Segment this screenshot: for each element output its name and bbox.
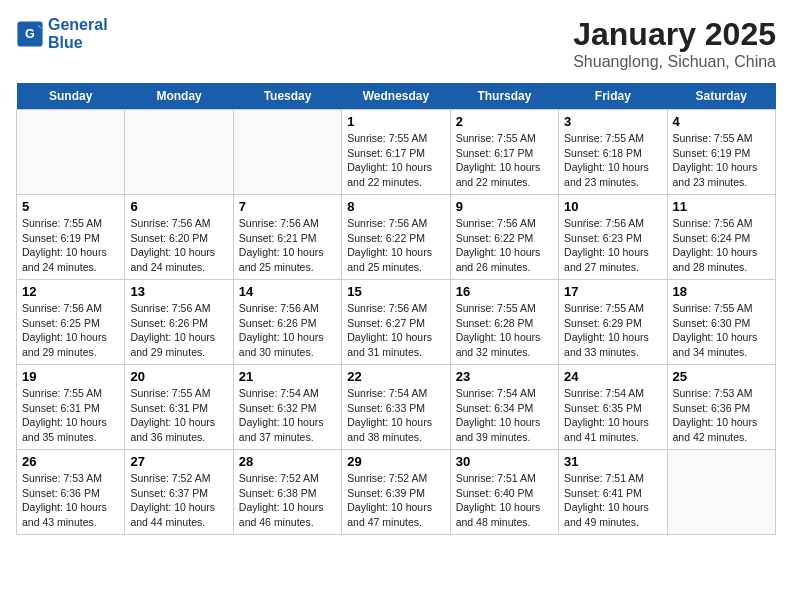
date-number: 8 xyxy=(347,199,444,214)
day-headers-row: SundayMondayTuesdayWednesdayThursdayFrid… xyxy=(17,83,776,110)
cell-info: Sunrise: 7:52 AM Sunset: 6:37 PM Dayligh… xyxy=(130,471,227,530)
date-number: 30 xyxy=(456,454,553,469)
cell-info: Sunrise: 7:53 AM Sunset: 6:36 PM Dayligh… xyxy=(673,386,770,445)
cell-info: Sunrise: 7:56 AM Sunset: 6:26 PM Dayligh… xyxy=(130,301,227,360)
cell-info: Sunrise: 7:55 AM Sunset: 6:19 PM Dayligh… xyxy=(673,131,770,190)
day-header-friday: Friday xyxy=(559,83,667,110)
cell-info: Sunrise: 7:56 AM Sunset: 6:27 PM Dayligh… xyxy=(347,301,444,360)
date-number: 18 xyxy=(673,284,770,299)
calendar-cell: 25Sunrise: 7:53 AM Sunset: 6:36 PM Dayli… xyxy=(667,365,775,450)
day-header-thursday: Thursday xyxy=(450,83,558,110)
day-header-sunday: Sunday xyxy=(17,83,125,110)
calendar-cell: 10Sunrise: 7:56 AM Sunset: 6:23 PM Dayli… xyxy=(559,195,667,280)
calendar-cell: 7Sunrise: 7:56 AM Sunset: 6:21 PM Daylig… xyxy=(233,195,341,280)
calendar-cell: 13Sunrise: 7:56 AM Sunset: 6:26 PM Dayli… xyxy=(125,280,233,365)
calendar-cell: 16Sunrise: 7:55 AM Sunset: 6:28 PM Dayli… xyxy=(450,280,558,365)
week-row-4: 19Sunrise: 7:55 AM Sunset: 6:31 PM Dayli… xyxy=(17,365,776,450)
calendar-cell xyxy=(233,110,341,195)
cell-info: Sunrise: 7:54 AM Sunset: 6:34 PM Dayligh… xyxy=(456,386,553,445)
svg-text:G: G xyxy=(25,27,35,41)
cell-info: Sunrise: 7:56 AM Sunset: 6:22 PM Dayligh… xyxy=(456,216,553,275)
calendar-cell: 17Sunrise: 7:55 AM Sunset: 6:29 PM Dayli… xyxy=(559,280,667,365)
cell-info: Sunrise: 7:55 AM Sunset: 6:31 PM Dayligh… xyxy=(130,386,227,445)
week-row-5: 26Sunrise: 7:53 AM Sunset: 6:36 PM Dayli… xyxy=(17,450,776,535)
date-number: 6 xyxy=(130,199,227,214)
date-number: 3 xyxy=(564,114,661,129)
date-number: 14 xyxy=(239,284,336,299)
calendar-cell: 8Sunrise: 7:56 AM Sunset: 6:22 PM Daylig… xyxy=(342,195,450,280)
cell-info: Sunrise: 7:54 AM Sunset: 6:35 PM Dayligh… xyxy=(564,386,661,445)
cell-info: Sunrise: 7:55 AM Sunset: 6:28 PM Dayligh… xyxy=(456,301,553,360)
cell-info: Sunrise: 7:56 AM Sunset: 6:24 PM Dayligh… xyxy=(673,216,770,275)
date-number: 28 xyxy=(239,454,336,469)
date-number: 9 xyxy=(456,199,553,214)
cell-info: Sunrise: 7:56 AM Sunset: 6:20 PM Dayligh… xyxy=(130,216,227,275)
date-number: 27 xyxy=(130,454,227,469)
date-number: 7 xyxy=(239,199,336,214)
date-number: 29 xyxy=(347,454,444,469)
calendar-cell: 24Sunrise: 7:54 AM Sunset: 6:35 PM Dayli… xyxy=(559,365,667,450)
week-row-3: 12Sunrise: 7:56 AM Sunset: 6:25 PM Dayli… xyxy=(17,280,776,365)
cell-info: Sunrise: 7:54 AM Sunset: 6:33 PM Dayligh… xyxy=(347,386,444,445)
calendar-cell: 11Sunrise: 7:56 AM Sunset: 6:24 PM Dayli… xyxy=(667,195,775,280)
calendar-cell xyxy=(17,110,125,195)
date-number: 16 xyxy=(456,284,553,299)
calendar-cell: 15Sunrise: 7:56 AM Sunset: 6:27 PM Dayli… xyxy=(342,280,450,365)
cell-info: Sunrise: 7:53 AM Sunset: 6:36 PM Dayligh… xyxy=(22,471,119,530)
calendar-cell: 18Sunrise: 7:55 AM Sunset: 6:30 PM Dayli… xyxy=(667,280,775,365)
calendar-cell: 12Sunrise: 7:56 AM Sunset: 6:25 PM Dayli… xyxy=(17,280,125,365)
calendar-cell: 5Sunrise: 7:55 AM Sunset: 6:19 PM Daylig… xyxy=(17,195,125,280)
cell-info: Sunrise: 7:54 AM Sunset: 6:32 PM Dayligh… xyxy=(239,386,336,445)
date-number: 17 xyxy=(564,284,661,299)
cell-info: Sunrise: 7:55 AM Sunset: 6:18 PM Dayligh… xyxy=(564,131,661,190)
calendar-cell: 31Sunrise: 7:51 AM Sunset: 6:41 PM Dayli… xyxy=(559,450,667,535)
calendar-cell xyxy=(125,110,233,195)
cell-info: Sunrise: 7:55 AM Sunset: 6:17 PM Dayligh… xyxy=(347,131,444,190)
day-header-tuesday: Tuesday xyxy=(233,83,341,110)
date-number: 15 xyxy=(347,284,444,299)
calendar-cell: 22Sunrise: 7:54 AM Sunset: 6:33 PM Dayli… xyxy=(342,365,450,450)
logo-line1: General xyxy=(48,16,108,34)
calendar-cell: 1Sunrise: 7:55 AM Sunset: 6:17 PM Daylig… xyxy=(342,110,450,195)
date-number: 19 xyxy=(22,369,119,384)
cell-info: Sunrise: 7:52 AM Sunset: 6:39 PM Dayligh… xyxy=(347,471,444,530)
day-header-monday: Monday xyxy=(125,83,233,110)
cell-info: Sunrise: 7:52 AM Sunset: 6:38 PM Dayligh… xyxy=(239,471,336,530)
calendar-cell: 27Sunrise: 7:52 AM Sunset: 6:37 PM Dayli… xyxy=(125,450,233,535)
cell-info: Sunrise: 7:56 AM Sunset: 6:22 PM Dayligh… xyxy=(347,216,444,275)
calendar-cell: 9Sunrise: 7:56 AM Sunset: 6:22 PM Daylig… xyxy=(450,195,558,280)
calendar-cell: 14Sunrise: 7:56 AM Sunset: 6:26 PM Dayli… xyxy=(233,280,341,365)
cell-info: Sunrise: 7:56 AM Sunset: 6:25 PM Dayligh… xyxy=(22,301,119,360)
calendar-cell: 4Sunrise: 7:55 AM Sunset: 6:19 PM Daylig… xyxy=(667,110,775,195)
date-number: 23 xyxy=(456,369,553,384)
cell-info: Sunrise: 7:55 AM Sunset: 6:31 PM Dayligh… xyxy=(22,386,119,445)
date-number: 11 xyxy=(673,199,770,214)
day-header-wednesday: Wednesday xyxy=(342,83,450,110)
cell-info: Sunrise: 7:51 AM Sunset: 6:40 PM Dayligh… xyxy=(456,471,553,530)
calendar-body: 1Sunrise: 7:55 AM Sunset: 6:17 PM Daylig… xyxy=(17,110,776,535)
date-number: 22 xyxy=(347,369,444,384)
date-number: 2 xyxy=(456,114,553,129)
calendar-cell: 28Sunrise: 7:52 AM Sunset: 6:38 PM Dayli… xyxy=(233,450,341,535)
calendar-cell: 26Sunrise: 7:53 AM Sunset: 6:36 PM Dayli… xyxy=(17,450,125,535)
calendar-table: SundayMondayTuesdayWednesdayThursdayFrid… xyxy=(16,83,776,535)
logo-line2: Blue xyxy=(48,34,108,52)
title-block: January 2025 Shuanglong, Sichuan, China xyxy=(573,16,776,71)
calendar-cell: 19Sunrise: 7:55 AM Sunset: 6:31 PM Dayli… xyxy=(17,365,125,450)
cell-info: Sunrise: 7:51 AM Sunset: 6:41 PM Dayligh… xyxy=(564,471,661,530)
calendar-cell: 6Sunrise: 7:56 AM Sunset: 6:20 PM Daylig… xyxy=(125,195,233,280)
date-number: 20 xyxy=(130,369,227,384)
cell-info: Sunrise: 7:55 AM Sunset: 6:30 PM Dayligh… xyxy=(673,301,770,360)
week-row-1: 1Sunrise: 7:55 AM Sunset: 6:17 PM Daylig… xyxy=(17,110,776,195)
cell-info: Sunrise: 7:56 AM Sunset: 6:23 PM Dayligh… xyxy=(564,216,661,275)
date-number: 4 xyxy=(673,114,770,129)
cell-info: Sunrise: 7:56 AM Sunset: 6:26 PM Dayligh… xyxy=(239,301,336,360)
cell-info: Sunrise: 7:55 AM Sunset: 6:29 PM Dayligh… xyxy=(564,301,661,360)
date-number: 21 xyxy=(239,369,336,384)
calendar-cell: 21Sunrise: 7:54 AM Sunset: 6:32 PM Dayli… xyxy=(233,365,341,450)
cell-info: Sunrise: 7:55 AM Sunset: 6:19 PM Dayligh… xyxy=(22,216,119,275)
date-number: 5 xyxy=(22,199,119,214)
date-number: 1 xyxy=(347,114,444,129)
date-number: 13 xyxy=(130,284,227,299)
calendar-cell: 20Sunrise: 7:55 AM Sunset: 6:31 PM Dayli… xyxy=(125,365,233,450)
